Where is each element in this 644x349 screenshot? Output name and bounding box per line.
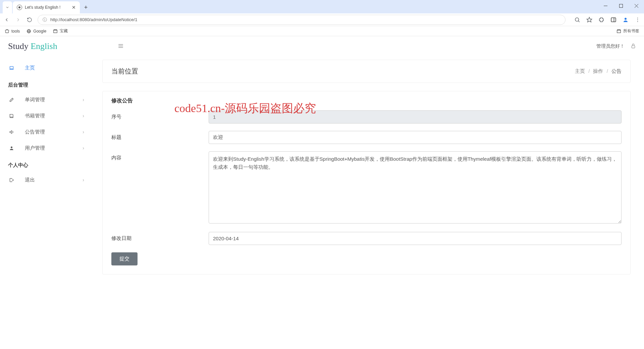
- search-tabs-button[interactable]: [3, 1, 12, 13]
- new-tab-button[interactable]: +: [81, 3, 91, 12]
- site-info-icon[interactable]: ⓘ: [43, 17, 47, 23]
- bookmark-star-icon[interactable]: [586, 17, 592, 23]
- globe-icon: [17, 5, 22, 10]
- bookmarks-bar: tools Google 宝藏 所有书签: [0, 26, 644, 36]
- url-text: http://localhost:8080/admin/toUpdateNoti…: [50, 17, 560, 22]
- svg-rect-1: [619, 4, 623, 7]
- browser-tab-strip: Let's study English ! ✕ +: [0, 0, 644, 13]
- svg-point-10: [637, 17, 638, 18]
- address-bar[interactable]: ⓘ http://localhost:8080/admin/toUpdateNo…: [38, 15, 566, 25]
- svg-marker-6: [587, 17, 592, 22]
- browser-tab-active[interactable]: Let's study English ! ✕: [13, 1, 80, 13]
- zoom-icon[interactable]: [574, 17, 580, 23]
- bookmark-baozang[interactable]: 宝藏: [53, 28, 68, 34]
- bookmark-tools[interactable]: tools: [5, 29, 20, 34]
- nav-reload-button[interactable]: [26, 16, 33, 23]
- svg-line-5: [578, 21, 580, 22]
- profile-icon[interactable]: [623, 17, 629, 23]
- window-close-button[interactable]: [629, 0, 644, 11]
- svg-point-9: [625, 18, 627, 20]
- side-panel-icon[interactable]: [610, 17, 616, 23]
- extensions-icon[interactable]: [598, 17, 604, 23]
- kebab-menu-icon[interactable]: [635, 17, 641, 23]
- nav-forward-button[interactable]: [15, 16, 21, 23]
- svg-rect-7: [611, 18, 616, 22]
- bookmark-google[interactable]: Google: [26, 29, 46, 34]
- window-maximize-button[interactable]: [613, 0, 629, 11]
- window-minimize-button[interactable]: [598, 0, 613, 11]
- tab-close-icon[interactable]: ✕: [72, 5, 76, 10]
- nav-back-button[interactable]: [3, 16, 10, 23]
- browser-toolbar: ⓘ http://localhost:8080/admin/toUpdateNo…: [0, 13, 644, 26]
- svg-point-11: [637, 19, 638, 20]
- svg-point-12: [637, 21, 638, 22]
- svg-point-4: [575, 18, 579, 21]
- bookmark-all[interactable]: 所有书签: [616, 28, 639, 34]
- tab-title: Let's study English !: [25, 5, 69, 10]
- window-controls: [598, 0, 644, 11]
